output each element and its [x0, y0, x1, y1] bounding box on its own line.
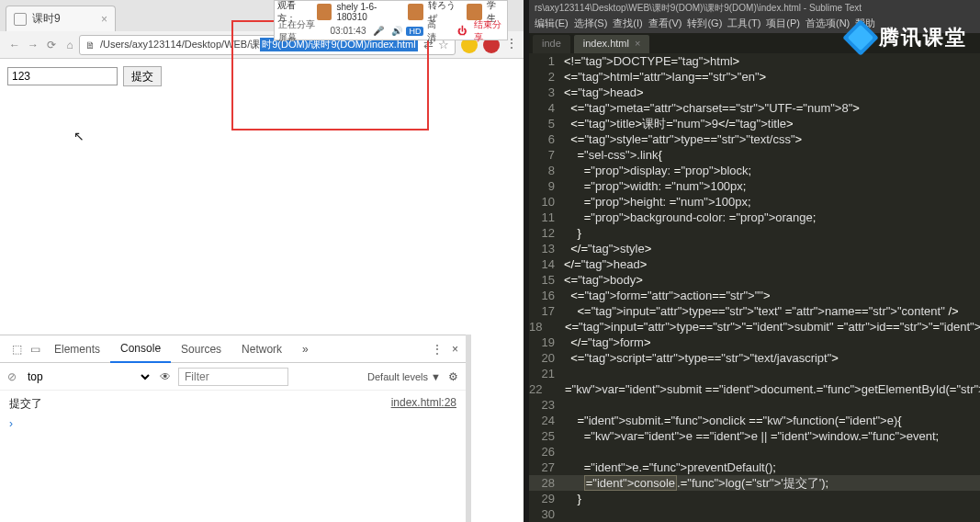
home-button[interactable]: ⌂	[61, 39, 79, 51]
avatar	[408, 4, 423, 20]
browser-tab[interactable]: 课时9 ×	[6, 6, 116, 31]
code-line[interactable]: 15<="tag">body>	[529, 272, 980, 288]
screen-share-bar: 正在分享屏幕 03:01:43 🎤 🔊 HD 高清 ⏻ 结束分享	[274, 22, 508, 40]
devtools-tabs: ⬚ ▭ Elements Console Sources Network » ⋮…	[0, 335, 466, 363]
forward-button[interactable]: →	[24, 39, 42, 51]
submit-button[interactable]: 提交	[123, 66, 162, 86]
code-line[interactable]: 18 <="tag">input ="attr">type=="str">"="…	[529, 319, 980, 335]
viewer-1: shely 1-6-180310	[333, 2, 406, 22]
code-line[interactable]: 4 <="tag">meta ="attr">charset=="str">"U…	[529, 100, 980, 116]
code-line[interactable]: 23	[529, 397, 980, 413]
code-line[interactable]: 30	[529, 506, 980, 522]
volume-icon[interactable]: 🔊	[388, 26, 406, 36]
reload-button[interactable]: ⟳	[42, 39, 61, 51]
devtools-panel: ⬚ ▭ Elements Console Sources Network » ⋮…	[0, 335, 466, 522]
mouse-cursor: ↖	[73, 129, 84, 143]
code-line[interactable]: 10 ="prop">height: ="num">100px;	[529, 194, 980, 210]
code-line[interactable]: 24 ="ident">submit.="func">onclick = ="k…	[529, 413, 980, 428]
code-line[interactable]: 9 ="prop">width: ="num">100px;	[529, 178, 980, 194]
menu-goto[interactable]: 转到(G)	[687, 17, 722, 33]
code-line[interactable]: 29 }	[529, 491, 980, 506]
menu-tools[interactable]: 工具(T)	[727, 17, 760, 33]
code-line[interactable]: 7 ="sel-css">.link{	[529, 147, 980, 163]
tab-title: 课时9	[32, 11, 61, 27]
menu-find[interactable]: 查找(I)	[613, 17, 642, 33]
code-line[interactable]: 19 </="tag">form>	[529, 335, 980, 350]
close-icon[interactable]: ×	[101, 13, 107, 26]
code-line[interactable]: 5 <="tag">title>课时="num">9</="tag">title…	[529, 116, 980, 131]
eye-icon[interactable]: 👁	[160, 370, 171, 383]
filter-input[interactable]	[178, 368, 288, 386]
code-line[interactable]: 16 <="tag">form ="attr">action=="str">""…	[529, 288, 980, 303]
console-row: 提交了 index.html:28	[9, 396, 456, 412]
logo-text: 腾讯课堂	[879, 24, 967, 51]
tabs-overflow[interactable]: »	[292, 335, 319, 363]
device-icon[interactable]: ▭	[26, 343, 44, 356]
context-select[interactable]: top	[24, 369, 152, 384]
code-line[interactable]: 13 </="tag">style>	[529, 241, 980, 256]
editor-tab[interactable]: inde	[533, 35, 570, 53]
close-icon[interactable]: ×	[635, 38, 640, 49]
code-line[interactable]: 22 ="kw">var ="ident">submit = ="ident">…	[529, 381, 980, 397]
mic-icon[interactable]: 🎤	[369, 26, 388, 36]
logo-icon	[842, 19, 879, 56]
console-toolbar: ⊘ top 👁 Default levels ▼ ⚙	[0, 363, 466, 391]
hd-badge[interactable]: HD	[406, 27, 423, 36]
menu-view[interactable]: 查看(V)	[648, 17, 682, 33]
resize-handle[interactable]	[466, 335, 471, 522]
code-line[interactable]: 1<!="tag">DOCTYPE ="tag">html>	[529, 53, 980, 69]
tab-elements[interactable]: Elements	[44, 335, 110, 363]
code-line[interactable]: 8 ="prop">display: ="prop">block;	[529, 163, 980, 178]
menu-edit[interactable]: 编辑(E)	[535, 17, 569, 33]
tab-sources[interactable]: Sources	[171, 335, 231, 363]
console-output: 提交了 index.html:28 ›	[0, 391, 466, 436]
tab-console[interactable]: Console	[110, 335, 171, 363]
url-prefix: /Users/axy123114/Desktop/WEB/课	[100, 38, 260, 51]
back-button[interactable]: ←	[6, 39, 24, 51]
code-line[interactable]: 14</="tag">head>	[529, 256, 980, 272]
code-line[interactable]: 26	[529, 444, 980, 460]
file-icon: 🗎	[85, 40, 96, 51]
code-line[interactable]: 6 <="tag">style ="attr">type=="str">"tex…	[529, 131, 980, 147]
settings-icon[interactable]: ⚙	[448, 370, 458, 383]
log-levels[interactable]: Default levels ▼	[367, 371, 441, 382]
sublime-title: rs\axy123114\Desktop\WEB\课时9(DOM)\课时9(DO…	[529, 0, 980, 17]
code-line[interactable]: 3<="tag">head>	[529, 85, 980, 100]
code-line[interactable]: 20 <="tag">script ="attr">type=="str">"t…	[529, 350, 980, 366]
code-line[interactable]: 2<="tag">html ="attr">lang=="str">"en">	[529, 69, 980, 85]
end-share-button[interactable]: 结束分享	[470, 18, 507, 44]
code-line[interactable]: 12 }	[529, 225, 980, 241]
hq-label: 高清	[423, 18, 445, 44]
content-input[interactable]	[7, 67, 118, 85]
log-source[interactable]: index.html:28	[391, 396, 456, 412]
brand-logo: 腾讯课堂	[848, 24, 967, 51]
console-prompt[interactable]: ›	[9, 417, 456, 430]
log-message: 提交了	[9, 396, 42, 412]
menu-select[interactable]: 选择(S)	[574, 17, 608, 33]
code-line[interactable]: 11 ="prop">background-color: ="prop">ora…	[529, 210, 980, 225]
devtools-close-icon[interactable]: ×	[452, 343, 458, 356]
code-line[interactable]: 27 ="ident">e.="func">preventDefault();	[529, 460, 980, 475]
inspect-icon[interactable]: ⬚	[7, 343, 26, 356]
code-line[interactable]: 28 ="ident">console.="func">log(="str">'…	[529, 475, 980, 491]
share-time: 03:01:43	[327, 26, 370, 36]
editor-tab-active[interactable]: index.html×	[574, 35, 650, 53]
menu-project[interactable]: 项目(P)	[766, 17, 800, 33]
code-line[interactable]: 21	[529, 366, 980, 381]
code-editor[interactable]: 1<!="tag">DOCTYPE ="tag">html>2<="tag">h…	[529, 53, 980, 522]
code-line[interactable]: 25 ="kw">var ="ident">e = ="ident">e || …	[529, 428, 980, 444]
page-content: 提交	[0, 59, 524, 94]
clear-icon[interactable]: ⊘	[7, 370, 17, 383]
sublime-window: rs\axy123114\Desktop\WEB\课时9(DOM)\课时9(DO…	[529, 0, 980, 522]
devtools-menu-icon[interactable]: ⋮	[432, 343, 443, 356]
favicon	[14, 13, 27, 26]
power-icon[interactable]: ⏻	[454, 26, 470, 36]
code-line[interactable]: 17 <="tag">input ="attr">type=="str">"te…	[529, 303, 980, 319]
tab-network[interactable]: Network	[231, 335, 292, 363]
share-status: 正在分享屏幕	[275, 18, 327, 44]
menu-prefs[interactable]: 首选项(N)	[805, 17, 850, 33]
